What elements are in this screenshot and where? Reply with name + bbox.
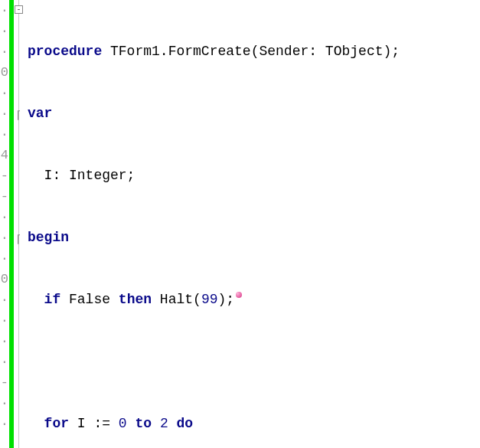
gutter-mark: 0: [0, 269, 8, 289]
keyword-if: if: [44, 292, 61, 307]
fold-open-icon: ⌈: [15, 230, 21, 250]
keyword-begin: begin: [28, 230, 69, 245]
gutter-mark: 4: [0, 145, 8, 165]
gutter-mark: ·: [0, 248, 8, 269]
keyword-var: var: [28, 106, 52, 121]
code-line[interactable]: [24, 352, 480, 372]
line-number-gutter: · · · 0 · · · 4 - - · · · 0 · · · · - · …: [0, 0, 9, 448]
gutter-mark: ·: [0, 414, 8, 434]
code-line[interactable]: procedure TForm1.FormCreate(Sender: TObj…: [24, 41, 480, 62]
code-line[interactable]: if False then Halt(99);: [24, 289, 480, 310]
gutter-mark: ·: [0, 124, 8, 145]
gutter-mark: ·: [0, 352, 8, 372]
gutter-mark: ·: [0, 0, 8, 21]
gutter-mark: ·: [0, 227, 8, 248]
halt-marker-icon: [236, 292, 242, 298]
gutter-mark: ·: [0, 289, 8, 310]
code-area[interactable]: procedure TForm1.FormCreate(Sender: TObj…: [24, 0, 480, 448]
gutter-mark: ·: [0, 310, 8, 331]
gutter-mark: ·: [0, 41, 8, 62]
code-line[interactable]: ⌈var: [24, 103, 480, 124]
gutter-mark: -: [0, 372, 8, 393]
gutter-mark: ·: [0, 331, 8, 352]
gutter-mark: ·: [0, 21, 8, 41]
keyword-procedure: procedure: [28, 44, 102, 59]
keyword-to: to: [135, 416, 152, 431]
code-line[interactable]: ⌈begin: [24, 227, 480, 248]
code-editor: · · · 0 · · · 4 - - · · · 0 · · · · - · …: [0, 0, 480, 448]
gutter-mark: -: [0, 186, 8, 207]
keyword-for: for: [44, 416, 69, 431]
gutter-mark: ·: [0, 393, 8, 414]
keyword-do: do: [177, 416, 194, 431]
fold-open-icon: ⌈: [15, 106, 21, 126]
gutter-mark: 0: [0, 62, 8, 83]
gutter-mark: ·: [0, 83, 8, 103]
code-line[interactable]: I: Integer;: [24, 165, 480, 186]
fold-gutter[interactable]: -: [14, 0, 24, 448]
gutter-mark: ·: [0, 103, 8, 124]
gutter-mark: ·: [0, 207, 8, 227]
gutter-mark: -: [0, 165, 8, 186]
keyword-then: then: [119, 292, 152, 307]
fold-toggle-icon[interactable]: -: [15, 5, 23, 14]
code-line[interactable]: for I := 0 to 2 do: [24, 414, 480, 434]
